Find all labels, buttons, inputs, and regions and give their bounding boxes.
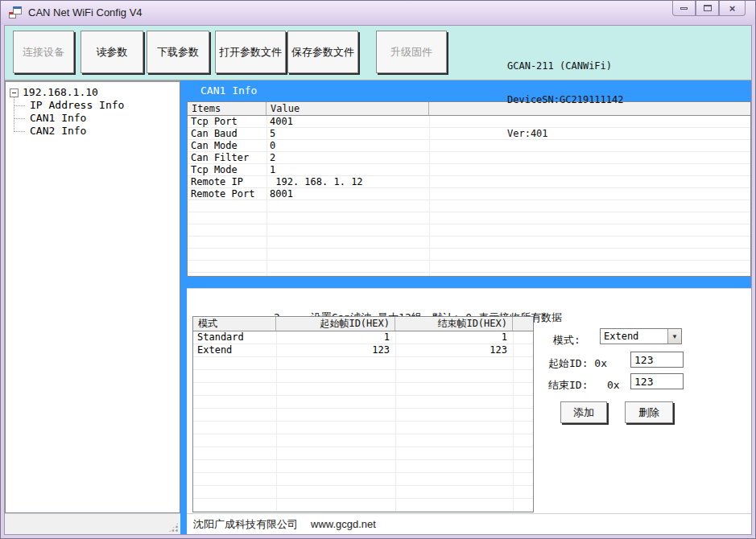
can1-params-table: Items Value Tcp Port4001 Can Baud5 Can M… [187,101,751,277]
filter-end-id: 1 [395,331,513,344]
table-row[interactable]: Remote Port8001 [188,188,750,200]
param-name: Remote IP [188,176,266,188]
start-id-label: 起始ID: 0x [548,356,607,371]
tree-node-can1-info[interactable]: CAN1 Info [27,112,178,125]
param-name: Tcp Mode [188,164,266,176]
filter-table: 模式 起始帧ID(HEX) 结束帧ID(HEX) Standard11 Exte… [192,316,534,512]
device-tree: 192.168.1.10 IP Address Info CAN1 Info C… [5,80,180,513]
column-header-mode[interactable]: 模式 [193,317,276,331]
param-name: Can Mode [188,140,266,152]
device-version: Ver:401 [507,128,624,139]
device-info: GCAN-211 (CANWiFi) DeviceSN:GC219111142 … [507,38,624,162]
device-serial: DeviceSN:GC219111142 [507,94,624,105]
param-value: 192. 168. 1. 12 [266,176,429,188]
collapse-icon[interactable] [10,88,19,97]
tree-node-can2-info[interactable]: CAN2 Info [27,125,178,138]
tree-children: IP Address Info CAN1 Info CAN2 Info [27,99,178,138]
param-value: 1 [266,164,429,176]
filter-end-id: 123 [395,344,513,357]
maximize-icon [704,5,712,11]
resize-grip-icon[interactable] [168,522,179,533]
start-id-input[interactable] [630,352,684,368]
params-table-body: Tcp Port4001 Can Baud5 Can Mode0 Can Fil… [188,116,750,276]
table-row[interactable]: Standard11 [193,331,533,344]
window-title: CAN Net WiFi Config V4 [28,6,143,19]
param-value: 5 [266,128,429,140]
minimize-button[interactable] [672,1,696,16]
panel-separator [187,277,751,288]
close-icon: × [729,3,736,14]
column-header-start-id[interactable]: 起始帧ID(HEX) [276,317,395,331]
column-header-end-id[interactable]: 结束帧ID(HEX) [395,317,513,331]
save-param-file-button[interactable]: 保存参数文件 [287,31,358,73]
status-left-strip [5,513,180,534]
column-header-value[interactable]: Value [266,102,429,115]
mode-label: 模式: [553,333,580,348]
tree-node-ip-address-info[interactable]: IP Address Info [27,99,178,112]
filter-mode: Extend [193,344,276,357]
upgrade-firmware-button[interactable]: 升级固件 [376,31,447,73]
website-link: www.gcgd.net [311,518,376,530]
client-area: 连接设备 读参数 下载参数 打开参数文件 保存参数文件 升级固件 GCAN-21… [4,25,752,535]
end-id-input[interactable] [630,373,684,389]
delete-filter-button[interactable]: 删除 [625,401,673,423]
app-icon [9,6,22,19]
param-value: 8001 [266,188,429,200]
param-value: 0 [266,140,429,152]
minimize-icon [680,7,688,10]
toolbar: 连接设备 读参数 下载参数 打开参数文件 保存参数文件 升级固件 GCAN-21… [5,26,751,80]
company-name: 沈阳广成科技有限公司 [193,517,298,532]
filter-table-header: 模式 起始帧ID(HEX) 结束帧ID(HEX) [193,317,533,331]
read-params-button[interactable]: 读参数 [81,31,143,73]
device-model: GCAN-211 (CANWiFi) [507,60,624,72]
window-controls: × [672,1,746,16]
filter-start-id: 1 [276,331,395,344]
end-id-label: 结束ID: 0x [548,378,620,393]
column-header-blank [513,317,533,331]
param-value: 4001 [266,116,429,128]
content-area: 192.168.1.10 IP Address Info CAN1 Info C… [5,80,751,513]
mode-select[interactable]: Extend ▼ [600,328,682,344]
table-row[interactable]: Tcp Port4001 [188,116,750,128]
tree-node-device[interactable]: 192.168.1.10 [7,86,178,99]
param-name: Can Filter [188,152,266,164]
table-row[interactable]: Remote IP 192. 168. 1. 12 [188,176,750,188]
filter-start-id: 123 [276,344,395,357]
table-row[interactable]: Tcp Mode1 [188,164,750,176]
panel-title: CAN1 Info [187,80,751,101]
param-name: Can Baud [188,128,266,140]
table-row[interactable]: Extend123123 [193,344,533,357]
filter-mode: Standard [193,331,276,344]
main-panel: CAN1 Info Items Value Tcp Port4001 Can B… [180,80,751,513]
table-row[interactable]: Can Filter2 [188,152,750,164]
param-name: Remote Port [188,188,266,200]
mode-select-value: Extend [601,329,667,344]
filter-table-body: Standard11 Extend123123 [193,331,533,512]
can-filter-panel: 2设置Can滤波 最大12组，默认: 0 表示接收所有数据 模式 起始帧ID(H… [187,288,751,513]
table-row[interactable]: Can Mode0 [188,140,750,152]
param-name: Tcp Port [188,116,266,128]
add-filter-button[interactable]: 添加 [560,401,607,423]
chevron-down-icon[interactable]: ▼ [667,329,681,344]
download-params-button[interactable]: 下载参数 [147,31,209,73]
param-value: 2 [266,152,429,164]
maximize-button[interactable] [696,1,719,16]
title-bar[interactable]: CAN Net WiFi Config V4 × [1,1,755,25]
app-window: CAN Net WiFi Config V4 × 连接设备 读参数 下载参数 打… [0,0,756,539]
close-button[interactable]: × [719,1,746,16]
params-table-header: Items Value [188,102,750,116]
open-param-file-button[interactable]: 打开参数文件 [215,31,286,73]
status-text: 沈阳广成科技有限公司 www.gcgd.net [187,513,751,534]
status-bar: 沈阳广成科技有限公司 www.gcgd.net [5,513,751,534]
tree-root-label: 192.168.1.10 [23,86,98,99]
connect-device-button[interactable]: 连接设备 [13,31,74,73]
splitter[interactable] [180,513,187,534]
column-header-items[interactable]: Items [188,102,266,115]
table-row[interactable]: Can Baud5 [188,128,750,140]
